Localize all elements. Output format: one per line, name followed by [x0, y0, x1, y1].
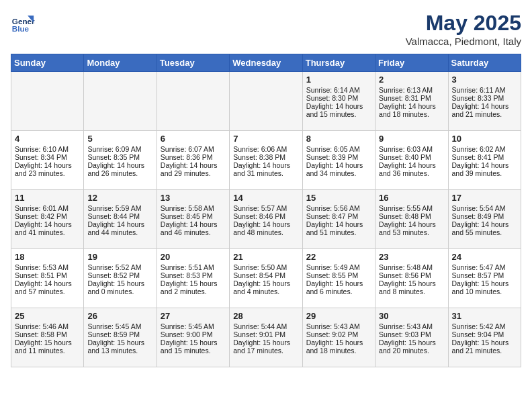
day-info: and 48 minutes.	[233, 228, 298, 236]
month-title: May 2025	[406, 11, 521, 36]
day-info: and 6 minutes.	[306, 287, 371, 295]
day-info: Daylight: 14 hours	[306, 220, 371, 228]
day-info: and 18 minutes.	[306, 347, 371, 355]
calendar-table: SundayMondayTuesdayWednesdayThursdayFrid…	[11, 54, 521, 367]
calendar-cell: 20Sunrise: 5:51 AMSunset: 8:53 PMDayligh…	[157, 249, 229, 308]
day-number: 3	[452, 75, 517, 85]
calendar-week-5: 25Sunrise: 5:46 AMSunset: 8:58 PMDayligh…	[11, 308, 521, 367]
page-header: General Blue May 2025 Valmacca, Piedmont…	[11, 11, 521, 47]
day-number: 20	[161, 252, 226, 262]
calendar-cell: 1Sunrise: 6:14 AMSunset: 8:30 PMDaylight…	[302, 72, 375, 131]
day-info: Sunrise: 5:43 AM	[379, 322, 444, 330]
calendar-cell: 29Sunrise: 5:43 AMSunset: 9:02 PMDayligh…	[302, 308, 375, 367]
day-info: Sunrise: 5:52 AM	[87, 263, 152, 271]
day-info: and 15 minutes.	[161, 347, 226, 355]
calendar-cell: 8Sunrise: 6:05 AMSunset: 8:39 PMDaylight…	[302, 131, 375, 190]
day-of-week-saturday: Saturday	[448, 54, 521, 72]
day-info: and 2 minutes.	[161, 287, 226, 295]
day-info: Sunrise: 6:14 AM	[306, 86, 371, 94]
day-info: Sunrise: 5:43 AM	[306, 322, 371, 330]
day-number: 2	[379, 75, 444, 85]
day-info: Sunset: 9:02 PM	[306, 330, 371, 338]
day-info: Daylight: 15 hours	[87, 338, 152, 347]
calendar-cell: 28Sunrise: 5:44 AMSunset: 9:01 PMDayligh…	[230, 308, 302, 367]
day-info: Daylight: 14 hours	[306, 102, 371, 110]
day-info: and 18 minutes.	[379, 110, 444, 118]
day-of-week-wednesday: Wednesday	[230, 54, 302, 72]
day-info: Sunrise: 5:54 AM	[452, 204, 517, 212]
day-info: Sunrise: 6:11 AM	[452, 86, 517, 94]
day-info: and 57 minutes.	[15, 287, 80, 295]
day-info: Sunset: 8:47 PM	[306, 212, 371, 220]
day-info: Sunrise: 5:59 AM	[87, 204, 152, 212]
day-info: Daylight: 15 hours	[306, 338, 371, 347]
day-info: Sunset: 8:35 PM	[87, 153, 152, 161]
day-info: and 17 minutes.	[233, 347, 298, 355]
calendar-cell: 18Sunrise: 5:53 AMSunset: 8:51 PMDayligh…	[11, 249, 84, 308]
day-info: Sunrise: 5:50 AM	[233, 263, 298, 271]
day-number: 22	[306, 252, 371, 262]
day-info: and 4 minutes.	[233, 287, 298, 295]
calendar-cell: 26Sunrise: 5:45 AMSunset: 8:59 PMDayligh…	[84, 308, 157, 367]
day-info: and 20 minutes.	[379, 347, 444, 355]
day-info: Sunrise: 5:44 AM	[233, 322, 298, 330]
day-info: Sunrise: 5:48 AM	[379, 263, 444, 271]
day-info: Sunrise: 5:49 AM	[306, 263, 371, 271]
day-info: Sunset: 8:34 PM	[15, 153, 80, 161]
day-info: Sunset: 9:01 PM	[233, 330, 298, 338]
day-info: Sunset: 9:04 PM	[452, 330, 517, 338]
day-number: 21	[233, 252, 298, 262]
day-info: Sunset: 8:53 PM	[161, 271, 226, 279]
day-info: Sunrise: 6:03 AM	[379, 145, 444, 153]
calendar-cell: 4Sunrise: 6:10 AMSunset: 8:34 PMDaylight…	[11, 131, 84, 190]
day-info: Sunset: 8:30 PM	[306, 94, 371, 102]
day-info: Sunrise: 6:07 AM	[161, 145, 226, 153]
day-number: 18	[15, 252, 80, 262]
day-info: Sunrise: 5:58 AM	[161, 204, 226, 212]
day-info: Daylight: 15 hours	[233, 338, 298, 347]
day-info: Sunset: 8:49 PM	[452, 212, 517, 220]
day-info: and 36 minutes.	[379, 169, 444, 177]
calendar-cell: 25Sunrise: 5:46 AMSunset: 8:58 PMDayligh…	[11, 308, 84, 367]
day-info: Sunrise: 6:13 AM	[379, 86, 444, 94]
calendar-cell: 22Sunrise: 5:49 AMSunset: 8:55 PMDayligh…	[302, 249, 375, 308]
day-info: Daylight: 14 hours	[452, 102, 517, 110]
day-info: Daylight: 14 hours	[15, 279, 80, 287]
day-number: 27	[161, 311, 226, 321]
day-number: 16	[379, 193, 444, 203]
day-number: 14	[233, 193, 298, 203]
day-of-week-friday: Friday	[375, 54, 448, 72]
day-number: 1	[306, 75, 371, 85]
day-info: Daylight: 15 hours	[379, 279, 444, 287]
calendar-cell: 31Sunrise: 5:42 AMSunset: 9:04 PMDayligh…	[448, 308, 521, 367]
day-info: Sunset: 8:31 PM	[379, 94, 444, 102]
day-info: Daylight: 14 hours	[452, 220, 517, 228]
day-of-week-monday: Monday	[84, 54, 157, 72]
day-info: Sunset: 8:45 PM	[161, 212, 226, 220]
day-number: 6	[161, 134, 226, 144]
title-block: May 2025 Valmacca, Piedmont, Italy	[406, 11, 521, 47]
day-number: 8	[306, 134, 371, 144]
calendar-cell: 10Sunrise: 6:02 AMSunset: 8:41 PMDayligh…	[448, 131, 521, 190]
day-info: Sunrise: 5:45 AM	[87, 322, 152, 330]
day-info: Sunrise: 6:02 AM	[452, 145, 517, 153]
day-number: 19	[87, 252, 152, 262]
calendar-cell: 19Sunrise: 5:52 AMSunset: 8:52 PMDayligh…	[84, 249, 157, 308]
day-info: Sunrise: 5:45 AM	[161, 322, 226, 330]
day-number: 12	[87, 193, 152, 203]
calendar-cell	[11, 72, 84, 131]
calendar-week-4: 18Sunrise: 5:53 AMSunset: 8:51 PMDayligh…	[11, 249, 521, 308]
calendar-cell: 3Sunrise: 6:11 AMSunset: 8:33 PMDaylight…	[448, 72, 521, 131]
day-info: Sunset: 8:33 PM	[452, 94, 517, 102]
calendar-cell: 5Sunrise: 6:09 AMSunset: 8:35 PMDaylight…	[84, 131, 157, 190]
day-info: Sunrise: 5:53 AM	[15, 263, 80, 271]
day-info: Daylight: 15 hours	[452, 279, 517, 287]
calendar-cell: 14Sunrise: 5:57 AMSunset: 8:46 PMDayligh…	[230, 190, 302, 249]
day-info: Sunset: 8:57 PM	[452, 271, 517, 279]
day-info: Daylight: 14 hours	[452, 161, 517, 169]
day-info: and 23 minutes.	[15, 169, 80, 177]
day-info: Sunset: 8:48 PM	[379, 212, 444, 220]
day-info: Sunset: 8:42 PM	[15, 212, 80, 220]
calendar-header: SundayMondayTuesdayWednesdayThursdayFrid…	[11, 54, 521, 72]
day-number: 13	[161, 193, 226, 203]
